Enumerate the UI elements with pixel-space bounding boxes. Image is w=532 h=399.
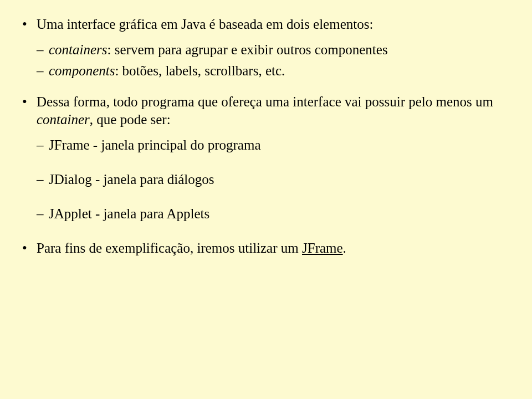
term: containers xyxy=(49,42,108,57)
bullet-item: Uma interface gráfica em Java é baseada … xyxy=(22,16,510,80)
sub-list: containers: servem para agrupar e exibir… xyxy=(37,41,510,80)
sub-item: JDialog - janela para diálogos xyxy=(37,171,510,188)
bullet-list: Uma interface gráfica em Java é baseada … xyxy=(22,16,510,257)
sub-text: : botões, labels, scrollbars, etc. xyxy=(115,63,285,78)
sub-item: components: botões, labels, scrollbars, … xyxy=(37,62,510,80)
sub-text: : servem para agrupar e exibir outros co… xyxy=(108,42,388,57)
bullet-item: Dessa forma, todo programa que ofereça u… xyxy=(22,93,510,223)
bullet-text-post: , que pode ser: xyxy=(90,112,171,127)
term: container xyxy=(37,112,90,127)
sub-list: JFrame - janela principal do programa JD… xyxy=(37,136,510,223)
class-name: JApplet xyxy=(49,206,92,221)
sub-text: - janela para Applets xyxy=(92,206,209,221)
sub-text: - janela principal do programa xyxy=(90,137,261,152)
sub-item: JFrame - janela principal do programa xyxy=(37,136,510,154)
class-name: JDialog xyxy=(49,172,92,187)
bullet-text-pre: Para fins de exemplificação, iremos util… xyxy=(37,241,302,255)
link-text: JFrame xyxy=(302,241,343,255)
bullet-text-pre: Dessa forma, todo programa que ofereça u… xyxy=(37,94,493,109)
slide: Uma interface gráfica em Java é baseada … xyxy=(0,0,532,399)
sub-text: - janela para diálogos xyxy=(92,172,214,187)
sub-item: containers: servem para agrupar e exibir… xyxy=(37,41,510,59)
bullet-text-post: . xyxy=(343,241,346,255)
bullet-text: Uma interface gráfica em Java é baseada … xyxy=(37,17,373,32)
bullet-item: Para fins de exemplificação, iremos util… xyxy=(22,239,510,257)
term: components xyxy=(49,63,115,78)
sub-item: JApplet - janela para Applets xyxy=(37,205,510,223)
class-name: JFrame xyxy=(49,137,90,152)
